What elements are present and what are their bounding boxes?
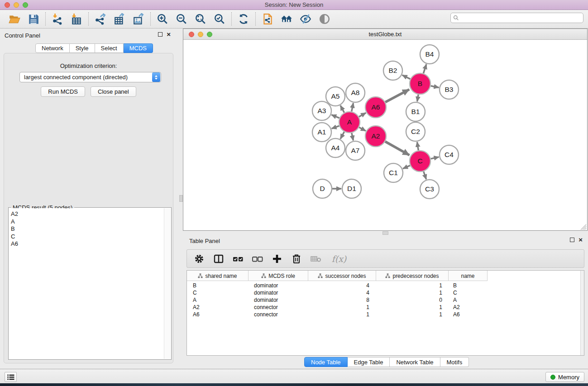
- delete-columns-button[interactable]: [290, 252, 303, 266]
- split-panel-button[interactable]: [212, 252, 225, 266]
- graph-node-B3[interactable]: B3: [440, 80, 459, 99]
- show-all-button[interactable]: [317, 12, 332, 26]
- graph-edge-B-B4[interactable]: [423, 64, 426, 73]
- graph-edge-B-B1[interactable]: [417, 95, 419, 102]
- graph-node-C1[interactable]: C1: [384, 163, 403, 182]
- table-row[interactable]: Cdominator41C: [187, 289, 584, 296]
- graph-edge-C-C2[interactable]: [417, 142, 418, 151]
- tab-edge-table[interactable]: Edge Table: [348, 357, 390, 367]
- graph-node-A6[interactable]: A6: [365, 97, 386, 118]
- tab-network[interactable]: Network: [35, 43, 70, 53]
- graph-node-A2[interactable]: A2: [365, 126, 386, 147]
- graph-node-A1[interactable]: A1: [312, 123, 331, 142]
- import-table-button[interactable]: [69, 12, 84, 26]
- apply-layout-button[interactable]: [236, 12, 251, 26]
- tab-node-table[interactable]: Node Table: [304, 357, 348, 367]
- unselect-all-columns-button[interactable]: [251, 252, 264, 266]
- column-header-predecessor-nodes[interactable]: predecessor nodes: [376, 271, 449, 281]
- table-row[interactable]: A6connector11A6: [187, 311, 584, 318]
- graph-node-A[interactable]: A: [339, 112, 360, 133]
- table-scrollbar[interactable]: [580, 271, 584, 355]
- close-panel-button[interactable]: Close panel: [91, 86, 136, 97]
- mcds-result-scrollbar[interactable]: [164, 208, 171, 359]
- close-table-panel-icon[interactable]: ×: [578, 238, 583, 242]
- graph-node-A7[interactable]: A7: [346, 141, 365, 160]
- criterion-select[interactable]: largest connected component (directed): [19, 72, 161, 82]
- network-canvas[interactable]: AA1A2A3A4A5A6A7A8BB1B2B3B4CC1C2C3C4DD1: [183, 40, 587, 230]
- graph-edge-A2-C[interactable]: [385, 142, 410, 155]
- graph-edge-A-A7[interactable]: [352, 133, 354, 141]
- graph-node-B2[interactable]: B2: [383, 61, 402, 80]
- mcds-result-item[interactable]: C: [11, 233, 164, 241]
- import-network-button[interactable]: [50, 12, 65, 26]
- column-header-successor-nodes[interactable]: successor nodes: [308, 271, 376, 281]
- graph-node-C[interactable]: C: [410, 151, 430, 172]
- run-mcds-button[interactable]: Run MCDS: [41, 86, 85, 97]
- select-all-columns-button[interactable]: [232, 252, 244, 266]
- hide-selected-button[interactable]: [298, 12, 313, 26]
- graph-node-D[interactable]: D: [313, 179, 332, 198]
- table-row[interactable]: A2connector11A2: [187, 304, 584, 311]
- graph-edge-C-C4[interactable]: [430, 157, 439, 159]
- column-header-mcds-role[interactable]: MCDS role: [249, 271, 308, 281]
- table-row[interactable]: Adominator80A: [187, 296, 584, 304]
- tab-select[interactable]: Select: [95, 43, 124, 53]
- open-session-button[interactable]: [7, 12, 22, 26]
- zoom-window-button[interactable]: [23, 2, 28, 8]
- graph-node-D1[interactable]: D1: [342, 179, 361, 198]
- search-field[interactable]: [450, 13, 583, 23]
- horizontal-divider-handle[interactable]: [382, 231, 388, 235]
- close-window-button[interactable]: [5, 2, 10, 8]
- zoom-out-button[interactable]: [174, 12, 189, 26]
- graph-edge-A-A4[interactable]: [340, 132, 344, 139]
- table-settings-button[interactable]: [193, 252, 206, 266]
- zoom-fit-button[interactable]: [193, 12, 208, 26]
- graph-node-A4[interactable]: A4: [326, 138, 345, 157]
- add-column-button[interactable]: [271, 252, 283, 266]
- tab-motifs[interactable]: Motifs: [440, 357, 469, 367]
- table-row[interactable]: Bdominator41B: [187, 282, 584, 289]
- network-zoom-button[interactable]: [207, 32, 212, 37]
- export-network-button[interactable]: [93, 12, 108, 26]
- panel-divider-handle[interactable]: [179, 195, 183, 202]
- tab-network-table[interactable]: Network Table: [390, 357, 440, 367]
- search-input[interactable]: [459, 14, 583, 22]
- graph-edge-A-A1[interactable]: [332, 126, 339, 129]
- close-panel-icon[interactable]: ×: [167, 32, 171, 37]
- graph-edge-C-C3[interactable]: [424, 172, 426, 179]
- mcds-result-item[interactable]: A6: [11, 240, 164, 248]
- mcds-result-item[interactable]: A: [11, 218, 164, 226]
- resize-grip-icon[interactable]: [580, 224, 587, 230]
- save-session-button[interactable]: [26, 12, 41, 26]
- mcds-result-item[interactable]: B: [11, 225, 164, 233]
- memory-button[interactable]: Memory: [545, 372, 584, 382]
- task-history-button[interactable]: [5, 372, 17, 382]
- graph-node-C2[interactable]: C2: [406, 122, 425, 141]
- float-panel-icon[interactable]: [158, 32, 163, 37]
- mcds-result-list[interactable]: A2ABCA6: [9, 208, 164, 359]
- graph-edge-A-A8[interactable]: [352, 103, 354, 112]
- mcds-result-item[interactable]: A2: [11, 210, 164, 218]
- network-window-titlebar[interactable]: testGlobe.txt: [183, 29, 587, 40]
- tab-mcds[interactable]: MCDS: [124, 43, 153, 53]
- graph-edge-A-A3[interactable]: [331, 115, 339, 118]
- graph-node-C4[interactable]: C4: [440, 145, 459, 164]
- zoom-in-button[interactable]: [155, 12, 170, 26]
- zoom-selected-button[interactable]: [212, 12, 227, 26]
- tab-style[interactable]: Style: [70, 43, 95, 53]
- export-table-button[interactable]: [112, 12, 127, 26]
- graph-edge-B-B2[interactable]: [402, 75, 411, 79]
- graph-node-B[interactable]: B: [410, 73, 430, 94]
- export-image-button[interactable]: [131, 12, 146, 26]
- graph-edge-A-A5[interactable]: [340, 105, 344, 113]
- float-table-panel-icon[interactable]: [570, 238, 574, 242]
- network-close-button[interactable]: [189, 32, 194, 37]
- graph-node-A3[interactable]: A3: [312, 101, 331, 120]
- column-header-name[interactable]: name: [449, 271, 488, 281]
- graph-node-C3[interactable]: C3: [420, 180, 439, 199]
- minimize-window-button[interactable]: [14, 2, 19, 8]
- graph-node-A5[interactable]: A5: [326, 87, 345, 106]
- graph-edge-C-C1[interactable]: [403, 166, 410, 169]
- network-minimize-button[interactable]: [198, 32, 203, 37]
- first-neighbors-button[interactable]: [279, 12, 294, 26]
